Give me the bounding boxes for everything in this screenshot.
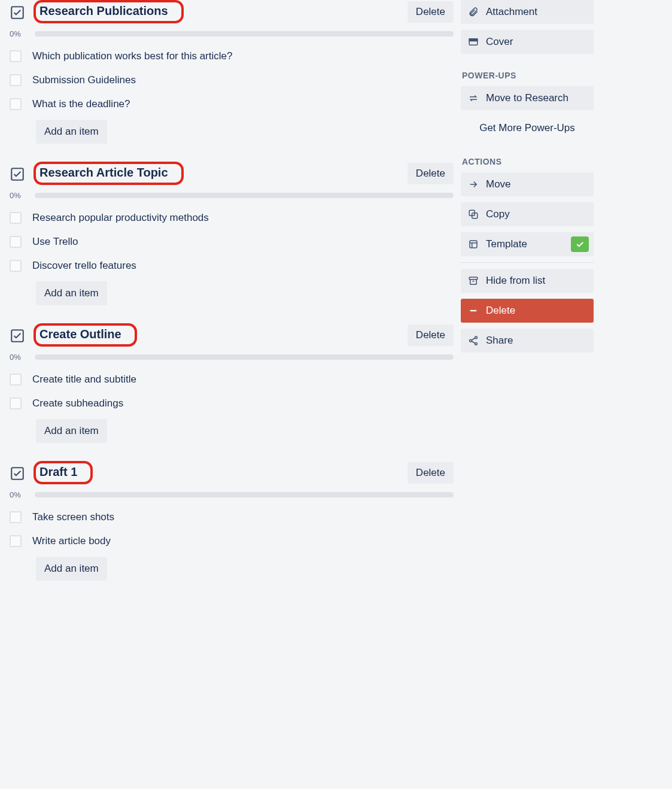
checklist-item-label: Submission Guidelines: [32, 74, 136, 86]
checklist-item-label: Discover trello features: [32, 260, 136, 272]
get-more-powerups-label: Get More Power-Ups: [479, 122, 575, 134]
sidebar-divider: [461, 262, 594, 263]
checklist-item-label: Which publication works best for this ar…: [32, 50, 232, 62]
checklist-progress-bar: [35, 492, 454, 497]
checkbox[interactable]: [10, 511, 22, 523]
checklist-progress-bar: [35, 193, 454, 198]
checklists-panel: Research Publications Delete 0% Which pu…: [0, 0, 461, 789]
checklist-title[interactable]: Create Outline: [39, 326, 126, 342]
actions-heading: ACTIONS: [462, 157, 594, 166]
checklist-title[interactable]: Research Publications: [39, 3, 173, 19]
hide-from-list-button[interactable]: Hide from list: [461, 269, 594, 293]
checklist-item-label: Write article body: [32, 535, 111, 547]
checklist-icon: [10, 328, 25, 344]
move-label: Move: [486, 178, 511, 190]
svg-rect-5: [469, 39, 478, 41]
checkbox[interactable]: [10, 98, 22, 110]
svg-rect-8: [470, 241, 477, 248]
add-item-button[interactable]: Add an item: [36, 419, 107, 443]
move-to-research-label: Move to Research: [486, 92, 568, 104]
checklist-title[interactable]: Draft 1: [39, 464, 82, 480]
checklist-progress-label: 0%: [10, 490, 28, 499]
svg-rect-9: [469, 277, 478, 280]
add-item-button[interactable]: Add an item: [36, 281, 107, 305]
checklist-progress-bar: [35, 354, 454, 360]
checklist-delete-button[interactable]: Delete: [408, 1, 454, 23]
cover-button[interactable]: Cover: [461, 30, 594, 54]
checklist-icon: [10, 166, 25, 182]
checklist-item-label: Create title and subtitle: [32, 374, 136, 386]
template-enabled-badge: [571, 236, 589, 252]
add-item-button[interactable]: Add an item: [36, 120, 107, 144]
copy-label: Copy: [486, 208, 510, 220]
checkbox[interactable]: [10, 236, 22, 248]
delete-card-button[interactable]: Delete: [461, 299, 594, 323]
share-button[interactable]: Share: [461, 329, 594, 353]
checkbox[interactable]: [10, 50, 22, 62]
annotation-highlight: Research Publications: [34, 0, 184, 23]
checklist-item[interactable]: Research popular productivity methods: [10, 206, 454, 230]
share-label: Share: [486, 335, 513, 347]
annotation-highlight: Research Article Topic: [34, 162, 184, 185]
checkbox[interactable]: [10, 397, 22, 409]
checklist-item[interactable]: Create title and subtitle: [10, 368, 454, 392]
paperclip-icon: [468, 7, 479, 17]
checklist-item[interactable]: Create subheadings: [10, 392, 454, 415]
cover-icon: [468, 37, 479, 47]
checklist-item[interactable]: What is the deadline?: [10, 92, 454, 116]
checklist-item-label: Create subheadings: [32, 397, 123, 409]
checklist-progress-label: 0%: [10, 191, 28, 200]
powerups-heading: POWER-UPS: [462, 71, 594, 80]
checklist-item[interactable]: Write article body: [10, 529, 454, 553]
copy-button[interactable]: Copy: [461, 202, 594, 226]
checklist-item[interactable]: Discover trello features: [10, 254, 454, 278]
checklist-icon: [10, 5, 25, 20]
checklist-delete-button[interactable]: Delete: [408, 324, 454, 346]
swap-arrows-icon: [468, 93, 479, 104]
checklist: Create Outline Delete 0% Create title an…: [10, 323, 454, 443]
checklist-progress-bar: [35, 31, 454, 37]
add-item-button[interactable]: Add an item: [36, 557, 107, 581]
checkbox[interactable]: [10, 374, 22, 386]
arrow-right-icon: [468, 179, 479, 190]
checklist: Draft 1 Delete 0% Take screen shots Writ…: [10, 461, 454, 581]
copy-icon: [468, 209, 479, 220]
checkbox[interactable]: [10, 212, 22, 224]
checklist-item[interactable]: Which publication works best for this ar…: [10, 44, 454, 68]
checklist-icon: [10, 466, 25, 481]
checklist: Research Article Topic Delete 0% Researc…: [10, 162, 454, 305]
checkbox[interactable]: [10, 535, 22, 547]
checkbox[interactable]: [10, 74, 22, 86]
card-sidebar: Attachment Cover POWER-UPS Move to Resea…: [461, 0, 598, 789]
checklist: Research Publications Delete 0% Which pu…: [10, 0, 454, 144]
checklist-delete-button[interactable]: Delete: [408, 163, 454, 184]
checklist-item-label: Take screen shots: [32, 511, 114, 523]
annotation-highlight: Draft 1: [34, 461, 93, 484]
move-to-research-button[interactable]: Move to Research: [461, 86, 594, 110]
checklist-item-label: What is the deadline?: [32, 98, 130, 110]
template-icon: [468, 239, 479, 250]
annotation-highlight: Create Outline: [34, 323, 137, 347]
template-label: Template: [486, 238, 527, 250]
checklist-progress-label: 0%: [10, 29, 28, 38]
checklist-progress-label: 0%: [10, 353, 28, 362]
checkbox[interactable]: [10, 260, 22, 272]
minus-icon: [468, 305, 479, 316]
attachment-button[interactable]: Attachment: [461, 0, 594, 24]
archive-icon: [468, 275, 479, 286]
move-button[interactable]: Move: [461, 172, 594, 196]
cover-label: Cover: [486, 36, 513, 48]
checklist-item-label: Research popular productivity methods: [32, 212, 209, 224]
attachment-label: Attachment: [486, 6, 537, 18]
template-button[interactable]: Template: [461, 232, 594, 256]
checklist-item[interactable]: Use Trello: [10, 230, 454, 254]
get-more-powerups-button[interactable]: Get More Power-Ups: [461, 116, 594, 140]
checklist-title[interactable]: Research Article Topic: [39, 165, 173, 180]
checklist-item[interactable]: Submission Guidelines: [10, 68, 454, 92]
hide-from-list-label: Hide from list: [486, 275, 545, 287]
checklist-delete-button[interactable]: Delete: [408, 462, 454, 484]
checklist-item[interactable]: Take screen shots: [10, 505, 454, 529]
delete-card-label: Delete: [486, 305, 515, 317]
share-icon: [468, 335, 479, 346]
checklist-item-label: Use Trello: [32, 236, 78, 248]
